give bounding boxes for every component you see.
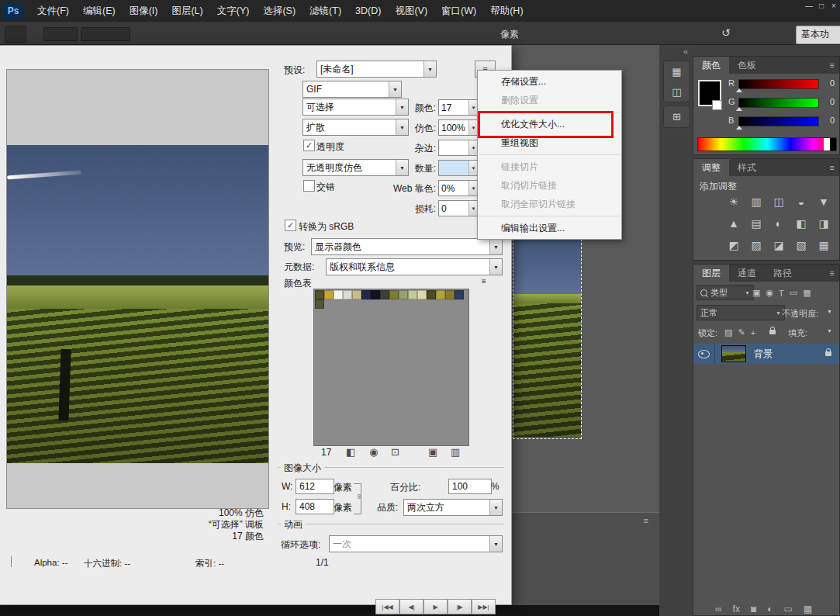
- constrain-link-icon[interactable]: ∞: [355, 494, 363, 499]
- slider-handle-icon[interactable]: [736, 107, 742, 111]
- menu-item[interactable]: 视图(V): [388, 0, 434, 22]
- menu-item[interactable]: 文件(F): [30, 0, 76, 22]
- blend-mode-dropdown[interactable]: 正常 ▼: [697, 305, 785, 320]
- black-swatch[interactable]: [830, 138, 836, 151]
- tab-styles[interactable]: 样式: [729, 159, 765, 176]
- metadata-dropdown[interactable]: 版权和联系信息 ▼: [326, 258, 503, 275]
- height-input[interactable]: 408: [296, 499, 334, 514]
- close-button[interactable]: ×: [828, 0, 840, 10]
- chevron-down-icon[interactable]: ▼: [827, 328, 832, 334]
- channel-value[interactable]: 0: [830, 78, 835, 88]
- menu-option[interactable]: 链接切片: [478, 157, 621, 176]
- preset-dropdown[interactable]: [未命名] ▼: [316, 61, 437, 78]
- color-swatch[interactable]: [417, 290, 427, 299]
- lock-all-icon[interactable]: [769, 330, 776, 334]
- layers-action-icon[interactable]: ∞: [715, 604, 722, 614]
- tool-preset-widget[interactable]: [5, 26, 26, 43]
- adjustment-icon[interactable]: ☀: [728, 196, 740, 208]
- color-swatch[interactable]: [445, 290, 455, 299]
- white-swatch[interactable]: [824, 138, 830, 151]
- color-swatch[interactable]: [352, 290, 361, 299]
- color-table[interactable]: [313, 289, 469, 446]
- dock-panel-icon[interactable]: ▦: [672, 66, 681, 78]
- channel-slider[interactable]: [738, 98, 819, 108]
- color-swatch[interactable]: [399, 290, 408, 299]
- menu-option[interactable]: [479, 216, 620, 216]
- color-swatch[interactable]: [408, 290, 417, 299]
- minimize-button[interactable]: —: [803, 0, 815, 10]
- tab-layers[interactable]: 图层: [693, 265, 729, 282]
- menu-item[interactable]: 帮助(H): [483, 0, 530, 22]
- color-swatch[interactable]: [315, 299, 324, 309]
- adjustment-icon[interactable]: ◐: [773, 217, 785, 230]
- adjustment-icon[interactable]: ▲: [728, 217, 740, 230]
- panel-menu-icon[interactable]: ≡: [830, 265, 839, 282]
- adjustment-icon[interactable]: ▨: [750, 239, 762, 251]
- color-swatch[interactable]: [361, 290, 371, 299]
- chevron-down-icon[interactable]: ▼: [827, 309, 832, 314]
- percent-input[interactable]: 100: [448, 479, 492, 494]
- web-snap-field[interactable]: 0% ▼: [438, 180, 479, 196]
- menu-option[interactable]: 取消切片链接: [478, 176, 621, 195]
- menu-item[interactable]: 图层(L): [164, 0, 209, 22]
- menu-item[interactable]: 图像(I): [123, 0, 165, 22]
- tab-color[interactable]: 颜色: [693, 57, 729, 74]
- layers-action-icon[interactable]: ▦: [804, 604, 812, 614]
- filter-type-icon[interactable]: ▣: [752, 288, 760, 298]
- channel-value[interactable]: 0: [830, 97, 835, 106]
- adjustment-icon[interactable]: ▦: [818, 239, 830, 251]
- adjustment-icon[interactable]: ◒: [795, 196, 807, 208]
- color-swatch[interactable]: [389, 290, 399, 299]
- menu-item[interactable]: 滤镜(T): [302, 0, 348, 22]
- tab-adjustments[interactable]: 调整: [693, 159, 729, 176]
- layer-row-background[interactable]: 背景: [693, 344, 839, 364]
- filter-type-icon[interactable]: ◉: [766, 288, 773, 298]
- layers-action-icon[interactable]: ◐: [767, 604, 773, 614]
- channel-value[interactable]: 0: [830, 116, 835, 125]
- layers-action-icon[interactable]: fx: [733, 604, 740, 614]
- adjustment-icon[interactable]: ▤: [750, 217, 762, 230]
- menu-item[interactable]: 3D(D): [348, 0, 388, 22]
- tab-swatches[interactable]: 色板: [729, 57, 765, 74]
- new-color-icon[interactable]: ▣: [428, 446, 437, 458]
- web-shift-icon[interactable]: ◉: [369, 446, 378, 458]
- interlaced-checkbox[interactable]: [303, 180, 315, 192]
- color-table-menu-icon[interactable]: ≡: [482, 277, 486, 286]
- last-frame-button[interactable]: ▶▶|: [472, 599, 496, 614]
- menu-option[interactable]: 存储设置...: [478, 72, 621, 91]
- toolbar-widget[interactable]: [43, 27, 78, 41]
- adjustment-icon[interactable]: ◫: [773, 196, 785, 208]
- adjustment-icon[interactable]: ◧: [795, 217, 807, 230]
- menu-option[interactable]: [479, 154, 620, 155]
- adjustment-icon[interactable]: ◨: [818, 217, 830, 230]
- delete-color-icon[interactable]: ▥: [451, 446, 460, 458]
- color-swatch[interactable]: [343, 290, 352, 299]
- adjustment-icon[interactable]: ▥: [750, 196, 762, 208]
- previous-frame-button[interactable]: ◀|: [399, 599, 423, 614]
- menu-item[interactable]: 选择(S): [256, 0, 302, 22]
- colors-field[interactable]: 17 ▼: [438, 99, 479, 116]
- workspace-switcher-button[interactable]: 基本功: [796, 26, 840, 44]
- channel-slider[interactable]: [738, 116, 819, 126]
- tab-channels[interactable]: 通道: [729, 265, 765, 282]
- lossy-field[interactable]: 0 ▼: [438, 200, 479, 216]
- menu-item[interactable]: 编辑(E): [76, 0, 123, 22]
- tab-paths[interactable]: 路径: [765, 265, 800, 282]
- visibility-eye-icon[interactable]: [698, 350, 710, 358]
- play-button[interactable]: ▶: [423, 599, 448, 614]
- lock-option-icon[interactable]: ▨: [724, 327, 732, 337]
- color-swatch[interactable]: [380, 290, 389, 299]
- lock-color-icon[interactable]: ⊡: [391, 446, 399, 458]
- slider-handle-icon[interactable]: [736, 88, 742, 92]
- dock-panel-icon[interactable]: ◫: [672, 86, 681, 98]
- dock-panel-icon[interactable]: ⊞: [672, 111, 681, 123]
- color-spectrum-ramp[interactable]: [697, 137, 837, 151]
- slider-handle-icon[interactable]: [736, 126, 742, 130]
- filter-type-icon[interactable]: T: [779, 289, 784, 298]
- panel-menu-icon[interactable]: ≡: [830, 57, 839, 74]
- transparency-checkbox[interactable]: ✓: [303, 140, 315, 151]
- layers-action-icon[interactable]: ◙: [751, 604, 756, 614]
- filter-type-icon[interactable]: ▦: [803, 288, 811, 298]
- width-input[interactable]: 612: [296, 479, 334, 494]
- channel-slider[interactable]: [738, 79, 819, 89]
